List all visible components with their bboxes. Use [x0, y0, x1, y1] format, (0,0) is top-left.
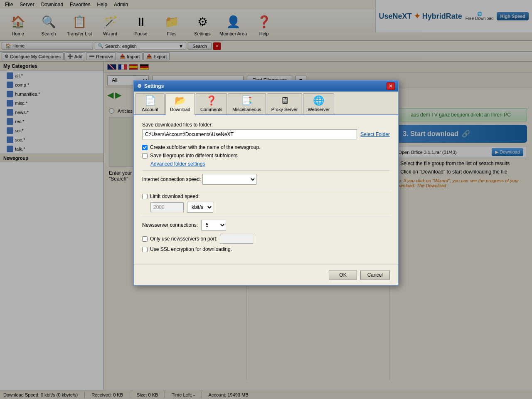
- newsserver-conn-label: Newsserver connections:: [142, 222, 198, 228]
- settings-dialog: ⚙ Settings ✕ 📄 Account 📂 Download ❓ Comm…: [133, 80, 399, 286]
- select-folder-link[interactable]: Select Folder: [360, 131, 390, 137]
- dialog-overlay: ⚙ Settings ✕ 📄 Account 📂 Download ❓ Comm…: [0, 0, 532, 399]
- misc-tab-icon: 📑: [241, 95, 252, 106]
- connection-speed-label: Internet connection speed:: [142, 176, 201, 182]
- proxy-tab-icon: 🖥: [280, 95, 289, 106]
- subfolder-checkbox[interactable]: [142, 145, 148, 150]
- ok-button[interactable]: OK: [329, 270, 357, 280]
- subfolder-checkbox-row: Create subfolder with the name of the ne…: [142, 144, 390, 150]
- tab-account-label: Account: [142, 107, 158, 112]
- dialog-body: Save downloaded files to folder: Select …: [134, 115, 398, 261]
- tab-webserver[interactable]: 🌐 Webserver: [303, 93, 334, 114]
- save-folder-group: Save downloaded files to folder: Select …: [142, 122, 390, 139]
- save-filegroups-checkbox[interactable]: [142, 153, 148, 159]
- subfolder-label: Create subfolder with the name of the ne…: [150, 144, 261, 150]
- speed-value-input: [150, 202, 184, 212]
- speed-input-row: kbit/s: [150, 202, 390, 213]
- separator-3: [142, 216, 390, 216]
- ssl-checkbox[interactable]: [142, 247, 148, 252]
- connection-speed-group: Internet connection speed:: [142, 174, 390, 185]
- save-folder-label: Save downloaded files to folder:: [142, 122, 390, 128]
- newsserver-conn-row: Newsserver connections: 5 1234 678: [142, 220, 390, 230]
- connection-speed-select[interactable]: [202, 174, 256, 185]
- tab-account[interactable]: 📄 Account: [135, 93, 165, 114]
- tab-comments[interactable]: ❓ Comments: [196, 93, 227, 114]
- settings-title-icon: ⚙: [137, 83, 142, 89]
- dialog-tabs: 📄 Account 📂 Download ❓ Comments 📑 Miscel…: [134, 92, 398, 115]
- newsserver-conn-select[interactable]: 5 1234 678: [201, 220, 226, 230]
- save-folder-row: Select Folder: [142, 129, 390, 139]
- tab-proxy[interactable]: 🖥 Proxy Server: [267, 93, 303, 114]
- separator-2: [142, 190, 390, 190]
- account-tab-icon: 📄: [145, 95, 156, 106]
- dialog-close-button[interactable]: ✕: [387, 82, 395, 90]
- tab-download-label: Download: [170, 107, 190, 112]
- tab-download[interactable]: 📂 Download: [165, 93, 195, 115]
- ssl-label: Use SSL encryption for downloading.: [150, 246, 232, 252]
- dialog-footer: OK Cancel: [134, 265, 398, 285]
- port-input: [220, 234, 253, 244]
- save-filegroups-checkbox-row: Save filegroups into different subfolder…: [142, 153, 390, 159]
- tab-miscellaneous[interactable]: 📑 Miscellaneous: [228, 93, 266, 114]
- only-port-checkbox[interactable]: [142, 236, 148, 242]
- separator-1: [142, 170, 390, 171]
- tab-misc-label: Miscellaneous: [232, 107, 261, 112]
- speed-unit-select[interactable]: kbit/s: [187, 202, 213, 213]
- comments-tab-icon: ❓: [206, 95, 217, 106]
- ssl-checkbox-row: Use SSL encryption for downloading.: [142, 246, 390, 252]
- webserver-tab-icon: 🌐: [313, 95, 324, 106]
- tab-webserver-label: Webserver: [308, 107, 330, 112]
- only-port-checkbox-row: Only use newsservers on port:: [142, 234, 390, 244]
- settings-title: Settings: [144, 83, 164, 89]
- tab-proxy-label: Proxy Server: [271, 107, 298, 112]
- download-tab-icon: 📂: [175, 95, 186, 106]
- tab-comments-label: Comments: [200, 107, 222, 112]
- only-port-label: Only use newsservers on port:: [150, 236, 217, 242]
- folder-path-input[interactable]: [142, 129, 357, 139]
- dialog-titlebar: ⚙ Settings ✕: [134, 81, 398, 92]
- advanced-folder-link[interactable]: Advanced folder settings: [150, 161, 205, 167]
- limit-speed-checkbox[interactable]: [142, 194, 148, 199]
- cancel-button[interactable]: Cancel: [360, 270, 390, 280]
- limit-speed-label: Limit download speed:: [150, 193, 200, 199]
- save-filegroups-label: Save filegroups into different subfolder…: [150, 153, 238, 159]
- limit-speed-checkbox-row: Limit download speed:: [142, 193, 390, 199]
